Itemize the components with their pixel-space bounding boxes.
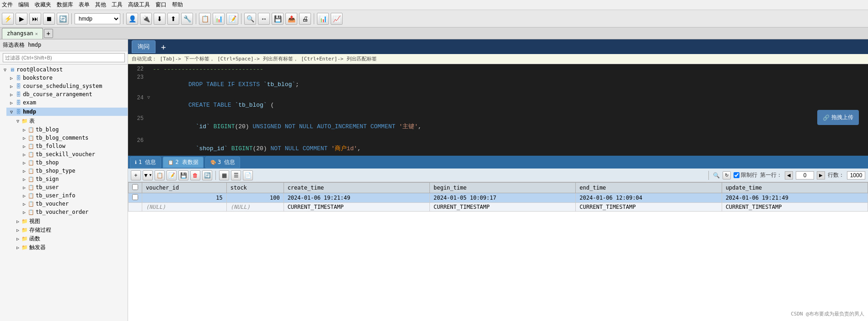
toolbar-btn-9[interactable]: ⬆ — [167, 13, 179, 25]
select-all-checkbox[interactable] — [132, 184, 138, 190]
toolbar-btn-8[interactable]: ⬇ — [154, 13, 166, 25]
tree-row-root[interactable]: ▽ 🖥 root@localhost — [0, 65, 128, 74]
bottom-tab-info3[interactable]: 🎨 3 信息 — [205, 157, 240, 168]
tree-row-db-course[interactable]: ▷ 🗄 db_course_arrangement — [6, 90, 128, 98]
toolbar-btn-3[interactable]: ⏭ — [29, 13, 41, 25]
bottom-tab-tabledata[interactable]: 📋 2 表数据 — [163, 157, 203, 168]
toolbar-btn-18[interactable]: 🖨 — [299, 13, 311, 25]
tree-row-tb_shop_type[interactable]: ▷📋tb_shop_type — [19, 167, 128, 175]
tree-row-course[interactable]: ▷ 🗄 course_scheduling_system — [6, 82, 128, 90]
tb_bc-exp[interactable]: ▷ — [21, 135, 27, 141]
tree-row-tb_user[interactable]: ▷📋tb_user — [19, 183, 128, 191]
toolbar-btn-14[interactable]: 🔍 — [244, 13, 256, 25]
tables-expander[interactable]: ▽ — [15, 118, 21, 125]
tab-add[interactable]: + — [44, 29, 53, 38]
menu-file[interactable]: 文件 — [2, 1, 13, 9]
menu-other[interactable]: 其他 — [95, 1, 106, 9]
toolbar-btn-20[interactable]: 📈 — [331, 13, 343, 25]
table-row[interactable]: (NULL) (NULL) CURRENT_TIMESTAMP CURRENT_… — [129, 203, 868, 212]
result-btn-arrow[interactable]: ▼▼ — [143, 170, 153, 180]
menu-tools[interactable]: 工具 — [112, 1, 123, 9]
limit-checkbox[interactable] — [734, 172, 739, 178]
menu-help[interactable]: 帮助 — [172, 1, 183, 9]
tree-row-hmdp[interactable]: ▽ 🗄 hmdp — [6, 108, 128, 116]
proc-exp[interactable]: ▷ — [15, 227, 21, 234]
bookstore-expander[interactable]: ▷ — [8, 75, 15, 81]
tree-row-tb_user_info[interactable]: ▷📋tb_user_info — [19, 191, 128, 200]
first-row-input[interactable] — [796, 171, 814, 180]
tree-row-functions[interactable]: ▷📁函数 — [13, 234, 128, 243]
exam-expander[interactable]: ▷ — [8, 99, 15, 106]
tree-row-tb_voucher_order[interactable]: ▷📋tb_voucher_order — [19, 208, 128, 216]
tree-row-tb_follow[interactable]: ▷📋tb_follow — [19, 142, 128, 150]
result-refresh-btn[interactable]: ↻ — [723, 171, 731, 180]
root-expander[interactable]: ▽ — [2, 66, 8, 73]
views-exp[interactable]: ▷ — [15, 218, 21, 225]
db-selector[interactable]: hmdp bookstore exam — [75, 13, 120, 24]
result-btn-plus[interactable]: + — [131, 170, 141, 180]
toolbar-btn-19[interactable]: 📊 — [317, 13, 329, 25]
menu-edit[interactable]: 编辑 — [18, 1, 29, 9]
toolbar-btn-10[interactable]: 🔧 — [181, 13, 193, 25]
tb_sk-exp[interactable]: ▷ — [21, 151, 27, 158]
tree-row-tb_voucher[interactable]: ▷📋tb_voucher — [19, 200, 128, 208]
tb_ui-exp[interactable]: ▷ — [21, 192, 27, 199]
menu-table[interactable]: 表单 — [79, 1, 90, 9]
upload-button[interactable]: 🔗 拖拽上传 — [817, 110, 859, 125]
row-count-input[interactable] — [847, 171, 865, 180]
result-btn-delete[interactable]: 🗑 — [190, 170, 200, 180]
toolbar-btn-2[interactable]: ▶ — [16, 13, 27, 25]
next-btn[interactable]: ▶ — [817, 171, 825, 180]
tb_f-exp[interactable]: ▷ — [21, 143, 27, 149]
toolbar-btn-17[interactable]: 📤 — [285, 13, 297, 25]
row1-checkbox[interactable] — [132, 194, 138, 200]
toolbar-btn-4[interactable]: ⏹ — [43, 13, 55, 25]
menu-database[interactable]: 数据库 — [57, 1, 73, 9]
query-add-btn[interactable]: + — [161, 42, 166, 52]
col-update_time[interactable]: update_time — [722, 183, 868, 193]
result-btn-refresh[interactable]: 🔄 — [202, 170, 212, 180]
tree-row-exam[interactable]: ▷ 🗄 exam — [6, 98, 128, 107]
tree-row-tb_sign[interactable]: ▷📋tb_sign — [19, 175, 128, 183]
tree-row-tables[interactable]: ▽ 📁 表 — [13, 117, 128, 125]
col-begin_time[interactable]: begin_time — [429, 183, 575, 193]
tree-row-tb_seckill[interactable]: ▷📋tb_seckill_voucher — [19, 150, 128, 158]
tb_vo-exp[interactable]: ▷ — [21, 209, 27, 215]
result-btn-save[interactable]: 💾 — [178, 170, 188, 180]
bottom-tab-info1[interactable]: ℹ 1 信息 — [130, 157, 161, 168]
filter-input[interactable] — [3, 53, 125, 62]
toolbar-btn-6[interactable]: 👤 — [126, 13, 138, 25]
col-end_time[interactable]: end_time — [576, 183, 722, 193]
tree-row-views[interactable]: ▷📁视图 — [13, 217, 128, 226]
trig-exp[interactable]: ▷ — [15, 245, 21, 251]
toolbar-btn-5[interactable]: 🔄 — [57, 13, 69, 25]
toolbar-btn-16[interactable]: 💾 — [272, 13, 284, 25]
tb_u-exp[interactable]: ▷ — [21, 184, 27, 190]
tb_sg-exp[interactable]: ▷ — [21, 176, 27, 182]
code-editor[interactable]: 22 -- ---------------------------- 23 DR… — [128, 64, 868, 156]
col-create_time[interactable]: create_time — [284, 183, 429, 193]
result-btn-grid[interactable]: ▦ — [219, 170, 229, 180]
tab-close[interactable]: ✕ — [35, 31, 38, 36]
toolbar-btn-12[interactable]: 📊 — [213, 13, 225, 25]
tb_blog-exp[interactable]: ▷ — [21, 126, 27, 133]
toolbar-btn-11[interactable]: 📋 — [199, 13, 211, 25]
db-course-expander[interactable]: ▷ — [8, 91, 15, 98]
query-tab[interactable]: 询问 — [132, 40, 155, 53]
tree-row-tb_blog[interactable]: ▷📋tb_blog — [19, 125, 128, 134]
tb_v-exp[interactable]: ▷ — [21, 201, 27, 207]
prev-btn[interactable]: ◀ — [785, 171, 793, 180]
tree-row-tb_blog_comments[interactable]: ▷📋tb_blog_comments — [19, 134, 128, 142]
col-stock[interactable]: stock — [226, 183, 284, 193]
result-btn-form[interactable]: 📄 — [243, 170, 253, 180]
result-btn-paste[interactable]: 📝 — [166, 170, 177, 180]
tab-zhangsan[interactable]: zhangsan ✕ — [2, 28, 43, 39]
tb_st-exp[interactable]: ▷ — [21, 168, 27, 174]
tree-row-triggers[interactable]: ▷📁触发器 — [13, 243, 128, 252]
toolbar-btn-13[interactable]: 📝 — [226, 13, 238, 25]
menu-favorites[interactable]: 收藏夹 — [35, 1, 51, 9]
tb_s-exp[interactable]: ▷ — [21, 159, 27, 166]
result-btn-list[interactable]: ☰ — [231, 170, 241, 180]
table-row[interactable]: 15 100 2024-01-06 19:21:49 2024-01-05 10… — [129, 193, 868, 203]
tree-row-procedures[interactable]: ▷📁存储过程 — [13, 226, 128, 234]
